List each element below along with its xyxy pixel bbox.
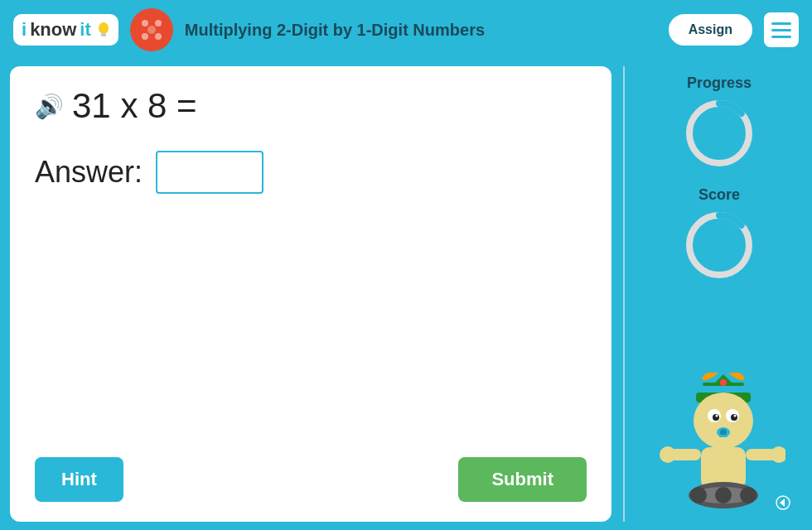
svg-point-7 [142, 33, 148, 40]
svg-point-25 [734, 415, 737, 417]
film-icon [130, 8, 173, 51]
svg-point-6 [155, 20, 162, 26]
logo-know: know [30, 19, 76, 41]
svg-point-15 [720, 379, 727, 386]
svg-point-8 [155, 33, 162, 40]
submit-button[interactable]: Submit [458, 457, 587, 502]
svg-point-19 [694, 393, 753, 449]
main-content: 🔊 31 x 8 = Answer: Hint Submit Progress [0, 60, 812, 530]
menu-line-1 [771, 22, 791, 25]
answer-input[interactable] [156, 151, 263, 194]
header: iknowit Multiplying 2-Digit by 1-Digit N… [0, 0, 812, 60]
svg-rect-28 [719, 435, 727, 437]
svg-point-24 [716, 415, 718, 417]
assign-button[interactable]: Assign [669, 14, 752, 46]
menu-button[interactable] [764, 12, 799, 47]
score-block: Score 2 [683, 186, 756, 282]
svg-point-36 [690, 487, 707, 504]
menu-line-2 [771, 29, 791, 31]
hint-button[interactable]: Hint [35, 457, 123, 502]
question-text: 31 x 8 = [72, 86, 197, 126]
logo-i: i [22, 19, 27, 41]
question-panel: 🔊 31 x 8 = Answer: Hint Submit [10, 66, 611, 522]
svg-point-33 [771, 446, 785, 463]
svg-point-38 [715, 487, 732, 504]
menu-line-3 [771, 36, 791, 38]
progress-ring: 2/15 [683, 97, 756, 170]
progress-label: Progress [687, 75, 752, 92]
right-panel: Progress 2/15 Score [636, 66, 802, 522]
score-value: 2 [716, 238, 723, 253]
panel-divider [623, 66, 625, 522]
logo-it: it [80, 19, 90, 41]
answer-row: Answer: [35, 151, 587, 194]
robot-svg [653, 373, 785, 513]
progress-value: 2/15 [706, 126, 732, 141]
lesson-title: Multiplying 2-Digit by 1-Digit Numbers [185, 21, 657, 40]
logo: iknowit [13, 14, 118, 46]
svg-point-37 [740, 487, 756, 504]
question-row: 🔊 31 x 8 = [35, 86, 587, 126]
svg-point-0 [99, 22, 109, 34]
bulb-icon [97, 22, 110, 38]
back-button[interactable] [771, 490, 795, 515]
svg-point-4 [147, 26, 156, 34]
progress-block: Progress 2/15 [683, 75, 756, 170]
sound-icon[interactable]: 🔊 [35, 93, 64, 120]
score-ring: 2 [683, 209, 756, 282]
answer-label: Answer: [35, 155, 143, 190]
film-reel-svg [137, 15, 167, 45]
svg-point-5 [142, 20, 148, 26]
svg-point-31 [660, 446, 676, 463]
bottom-buttons: Hint Submit [35, 457, 587, 502]
back-icon [776, 495, 790, 510]
score-label: Score [698, 186, 740, 204]
svg-point-27 [720, 429, 727, 436]
